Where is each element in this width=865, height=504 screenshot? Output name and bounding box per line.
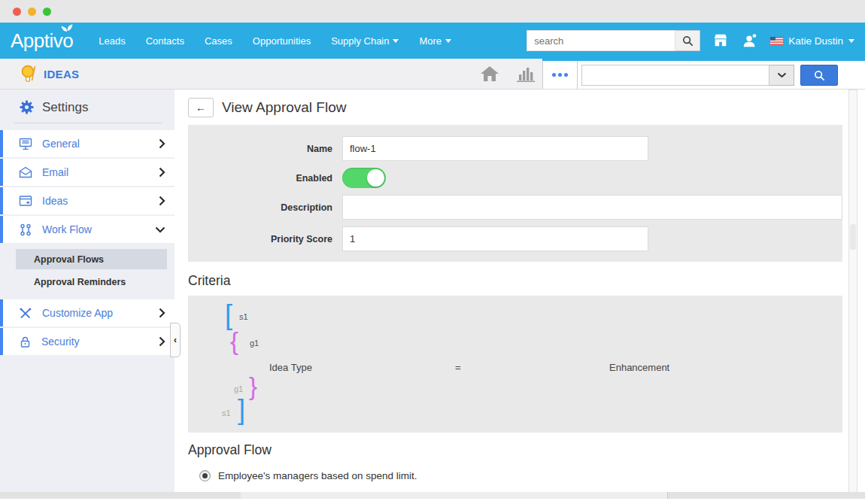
settings-sidebar: Settings General Email — [0, 90, 175, 504]
workflow-icon — [19, 223, 32, 236]
sidebar-collapse-handle[interactable]: ‹ — [170, 323, 181, 357]
global-search-button[interactable] — [675, 30, 700, 51]
chevron-down-icon — [777, 72, 787, 78]
flag-icon — [770, 37, 783, 45]
window-titlebar — [0, 0, 865, 23]
enabled-label: Enabled — [188, 173, 342, 184]
chevron-down-icon — [393, 39, 399, 43]
more-apps-button[interactable] — [542, 61, 578, 89]
subitem-label: Approval Reminders — [34, 277, 126, 287]
nav-item-supply-chain[interactable]: Supply Chain — [331, 35, 399, 47]
criteria-field: Idea Type — [269, 362, 312, 373]
form-row-priority: Priority Score — [188, 226, 842, 251]
nav-label: Cases — [205, 35, 232, 47]
form-row-enabled: Enabled — [188, 168, 842, 188]
chevron-right-icon — [159, 196, 165, 206]
page-title: View Approval Flow — [222, 99, 346, 116]
approval-flow-form: Name Enabled Description Priori — [188, 125, 842, 262]
vertical-scrollbar[interactable] — [848, 90, 857, 493]
topnav-right-cluster: Katie Dustin — [527, 30, 854, 51]
sidebar-item-label: Ideas — [42, 195, 68, 207]
radio-button[interactable] — [199, 470, 211, 481]
window-bottom-edge — [0, 499, 865, 504]
leaf-icon — [61, 24, 73, 32]
app-identity: IDEAS — [21, 59, 79, 89]
criteria-operator: = — [455, 362, 461, 373]
minimize-window-button[interactable] — [28, 8, 36, 16]
description-input[interactable] — [342, 195, 842, 220]
page-body: Settings General Email — [0, 90, 865, 504]
set-close-tag: s1 — [222, 408, 231, 417]
main-content: ← View Approval Flow Name Enabled — [175, 90, 865, 504]
name-label: Name — [188, 144, 342, 154]
home-icon[interactable] — [480, 65, 499, 82]
sidebar-item-ideas[interactable]: Ideas — [0, 187, 175, 214]
app-search-dropdown-button[interactable] — [769, 65, 794, 86]
user-menu[interactable]: Katie Dustin — [770, 35, 854, 47]
sidebar-subitem-approval-flows[interactable]: Approval Flows — [16, 249, 167, 269]
close-window-button[interactable] — [13, 8, 21, 16]
name-input[interactable] — [342, 136, 648, 161]
criteria-panel: [ s1 { g1 Idea Type = Enhancement g1 } s… — [188, 296, 842, 433]
horizontal-scrollbar[interactable] — [0, 492, 865, 499]
nav-item-opportunities[interactable]: Opportunities — [253, 35, 311, 47]
vertical-scrollbar-thumb[interactable] — [850, 224, 856, 250]
global-search-input[interactable] — [527, 30, 675, 51]
horizontal-scrollbar-thumb[interactable] — [241, 492, 668, 499]
chevron-left-icon: ‹ — [174, 335, 177, 345]
global-search — [527, 30, 700, 51]
sidebar-item-label: Security — [41, 335, 80, 348]
priority-score-label: Priority Score — [188, 234, 342, 244]
open-set-bracket: [ — [225, 302, 232, 329]
nav-label: Leads — [99, 35, 125, 47]
zoom-window-button[interactable] — [43, 8, 51, 16]
window-icon — [19, 195, 32, 207]
nav-item-more[interactable]: More — [419, 35, 451, 47]
nav-item-leads[interactable]: Leads — [99, 35, 125, 47]
envelope-icon — [19, 166, 32, 178]
sidebar-item-general[interactable]: General — [0, 130, 175, 157]
app-toolbar-strip — [542, 59, 865, 89]
sidebar-subitem-approval-reminders[interactable]: Approval Reminders — [16, 272, 167, 292]
chart-icon[interactable] — [516, 66, 536, 82]
criteria-value: Enhancement — [609, 362, 669, 373]
main-menu: Leads Contacts Cases Opportunities Suppl… — [99, 35, 451, 47]
user-icon[interactable] — [741, 32, 759, 50]
nav-item-contacts[interactable]: Contacts — [146, 35, 184, 47]
form-row-description: Description — [188, 195, 842, 220]
group-tag: g1 — [250, 339, 259, 348]
user-name: Katie Dustin — [788, 35, 843, 47]
sidebar-item-work-flow[interactable]: Work Flow — [0, 216, 175, 243]
divider — [14, 123, 162, 123]
sidebar-item-email[interactable]: Email — [0, 159, 175, 186]
tools-icon — [19, 307, 32, 320]
radio-label: Employee's managers based on spend limit… — [218, 470, 417, 481]
sidebar-item-customize-app[interactable]: Customize App — [0, 299, 175, 326]
approval-option-spend-limit: Employee's managers based on spend limit… — [188, 470, 865, 481]
nav-label: Opportunities — [253, 35, 311, 47]
sidebar-item-security[interactable]: Security — [0, 328, 175, 355]
store-icon[interactable] — [712, 32, 730, 50]
nav-label: Contacts — [146, 35, 184, 47]
close-group-brace: } — [249, 374, 257, 399]
priority-score-input[interactable] — [342, 226, 648, 251]
settings-title: Settings — [42, 100, 88, 115]
workflow-submenu: Approval Flows Approval Reminders — [0, 244, 175, 299]
app-search-button[interactable] — [800, 65, 838, 86]
lightbulb-icon — [21, 64, 37, 83]
apptivo-logo[interactable]: Apptivo — [11, 29, 83, 53]
app-search-input[interactable] — [581, 65, 769, 86]
app-window: Apptivo Leads Contacts Cases Opportuniti… — [0, 0, 865, 504]
ellipsis-icon — [552, 73, 556, 77]
back-button[interactable]: ← — [188, 98, 214, 117]
nav-item-cases[interactable]: Cases — [205, 35, 232, 47]
app-header-bar: IDEAS — [0, 59, 865, 90]
chevron-right-icon — [159, 138, 165, 149]
search-icon — [682, 35, 694, 47]
enabled-toggle[interactable] — [342, 168, 386, 188]
description-label: Description — [188, 202, 342, 213]
sidebar-item-label: Work Flow — [42, 223, 92, 235]
nav-label: More — [419, 35, 442, 47]
form-row-name: Name — [188, 136, 842, 161]
group-close-tag: g1 — [234, 384, 243, 393]
